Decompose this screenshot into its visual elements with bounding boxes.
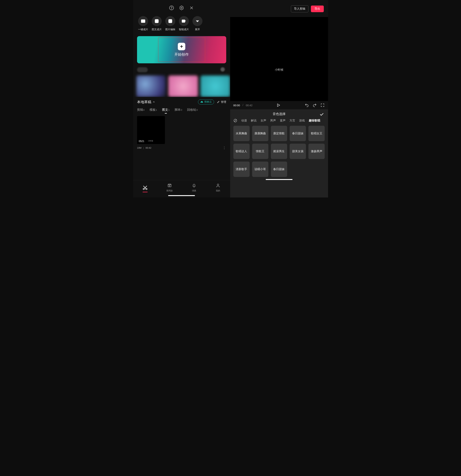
one-click-icon bbox=[138, 16, 148, 26]
draft-item[interactable]: 0521 小时候 19M | 00:42 ⋮ bbox=[133, 114, 230, 152]
fullscreen-icon[interactable] bbox=[320, 103, 325, 108]
recommended-strip bbox=[133, 67, 230, 97]
time-duration: 00:42 bbox=[246, 104, 253, 107]
chevron-up-icon bbox=[152, 101, 155, 103]
nav-me[interactable]: 我的 bbox=[215, 183, 221, 192]
tool-smart-clip[interactable]: 智能成片 bbox=[179, 16, 189, 31]
image-text-icon: TAI bbox=[152, 16, 162, 26]
tab-trash[interactable]: 回收站0 bbox=[187, 108, 198, 114]
cloud-chip-label: 剪映云 bbox=[204, 100, 212, 103]
drafts-title-text: 本地草稿 bbox=[137, 100, 151, 104]
category-game[interactable]: 游戏 bbox=[299, 119, 305, 123]
blurred-card[interactable] bbox=[200, 76, 230, 97]
confirm-icon[interactable] bbox=[319, 112, 324, 118]
tone-option[interactable]: 说唱小哥 bbox=[252, 162, 268, 177]
scissors-icon bbox=[142, 185, 148, 190]
manage-label: 管理 bbox=[221, 100, 226, 104]
draft-thumb-caption: 小时候 bbox=[148, 140, 153, 142]
smart-clip-icon bbox=[179, 16, 189, 26]
tab-imagetext[interactable]: 图文1 bbox=[162, 108, 170, 114]
template-icon bbox=[167, 183, 172, 188]
nav-label: 我的 bbox=[216, 189, 220, 192]
play-icon[interactable] bbox=[276, 103, 281, 108]
create-card[interactable]: + 开始创作 bbox=[137, 36, 226, 63]
settings-hex-icon[interactable] bbox=[179, 5, 184, 10]
svg-point-11 bbox=[146, 188, 147, 190]
tool-photo-edit[interactable]: 图片编辑 bbox=[165, 16, 175, 31]
nav-template[interactable]: 剪同款 bbox=[166, 183, 173, 192]
category-female[interactable]: 女声 bbox=[261, 119, 266, 123]
home-indicator[interactable] bbox=[168, 195, 195, 196]
tone-grid: 水果舞曲 康康舞曲 康定情歌 春日甜妹 歌唱女王 歌唱达人 情歌王 摇滚男生 甜… bbox=[233, 126, 325, 177]
none-icon[interactable] bbox=[233, 119, 237, 123]
tone-panel-header: 音色选择 bbox=[233, 112, 325, 116]
help-icon[interactable] bbox=[169, 5, 174, 10]
blurred-card[interactable] bbox=[168, 76, 198, 97]
category-male[interactable]: 男声 bbox=[270, 119, 276, 123]
tone-option[interactable]: 康康舞曲 bbox=[252, 126, 268, 141]
tone-option[interactable]: 清新歌手 bbox=[233, 162, 250, 177]
cloud-chip[interactable]: 剪映云 bbox=[198, 100, 214, 104]
draft-thumbnail: 0521 小时候 bbox=[137, 116, 165, 144]
close-icon[interactable] bbox=[189, 5, 194, 10]
tone-title: 音色选择 bbox=[273, 112, 286, 116]
export-button[interactable]: 导出 bbox=[311, 6, 324, 12]
tone-option[interactable]: 康定情歌 bbox=[271, 126, 287, 141]
category-child[interactable]: 童声 bbox=[280, 119, 286, 123]
editor-pane: 导入剪辑 导出 小时候 00:00 / 00:42 音色选择 bbox=[230, 0, 328, 197]
tab-template[interactable]: 模板1 bbox=[149, 108, 157, 114]
photo-edit-icon bbox=[165, 16, 175, 26]
tone-option[interactable]: 歌唱达人 bbox=[233, 144, 250, 159]
svg-point-1 bbox=[171, 9, 172, 9]
tone-option[interactable]: 春日甜妹 bbox=[290, 126, 306, 141]
tools-row: 一键成片 TAI 图文成片 图片编辑 智能成片 展开 bbox=[133, 14, 230, 33]
left-header bbox=[133, 0, 230, 14]
redo-icon[interactable] bbox=[312, 103, 317, 108]
pencil-icon bbox=[217, 101, 220, 103]
bottom-nav: 剪同款 消息 我的 bbox=[133, 180, 230, 194]
nav-cut[interactable] bbox=[142, 185, 148, 192]
tone-option[interactable]: 春日甜妹 bbox=[271, 162, 287, 177]
tone-option[interactable]: 甜美女孩 bbox=[290, 144, 306, 159]
drafts-actions: 剪映云 管理 bbox=[198, 100, 226, 104]
home-indicator[interactable] bbox=[266, 179, 293, 180]
drafts-title-toggle[interactable]: 本地草稿 bbox=[137, 100, 155, 104]
user-icon bbox=[215, 183, 221, 188]
tone-option[interactable]: 激扬男声 bbox=[308, 144, 325, 159]
tool-label: 图片编辑 bbox=[165, 28, 175, 31]
editor-header: 导入剪辑 导出 bbox=[230, 0, 328, 16]
home-pane: 一键成片 TAI 图文成片 图片编辑 智能成片 展开 + 开始创作 bbox=[133, 0, 230, 197]
drafts-header: 本地草稿 剪映云 管理 bbox=[133, 97, 230, 106]
tool-expand[interactable]: 展开 bbox=[192, 16, 202, 31]
category-anime[interactable]: 动漫 bbox=[241, 119, 247, 123]
video-preview[interactable]: 小时候 bbox=[230, 17, 328, 101]
category-funsong[interactable]: 趣味歌唱 bbox=[309, 119, 320, 123]
tool-one-click[interactable]: 一键成片 bbox=[138, 16, 148, 31]
tab-script[interactable]: 脚本0 bbox=[174, 108, 182, 114]
manage-button[interactable]: 管理 bbox=[217, 100, 226, 104]
time-current: 00:00 bbox=[233, 104, 240, 107]
svg-point-2 bbox=[181, 7, 182, 8]
tab-clip[interactable]: 剪辑4 bbox=[137, 108, 145, 114]
tone-option[interactable]: 摇滚男生 bbox=[271, 144, 287, 159]
blurred-pill bbox=[137, 67, 148, 72]
tool-image-text[interactable]: TAI 图文成片 bbox=[152, 16, 162, 31]
more-icon[interactable]: ⋮ bbox=[223, 146, 226, 150]
nav-messages[interactable]: 消息 bbox=[191, 183, 197, 192]
preview-caption: 小时候 bbox=[275, 68, 283, 72]
blurred-card[interactable] bbox=[136, 76, 166, 97]
tool-label: 展开 bbox=[195, 28, 200, 31]
cloud-up-icon bbox=[200, 101, 203, 103]
draft-thumb-text: 0521 bbox=[139, 140, 144, 143]
highlight-box bbox=[158, 38, 205, 62]
bell-icon bbox=[191, 183, 197, 188]
tone-option[interactable]: 水果舞曲 bbox=[233, 126, 250, 141]
import-button[interactable]: 导入剪辑 bbox=[291, 5, 308, 12]
tone-option[interactable]: 歌唱女王 bbox=[308, 126, 325, 141]
tone-option[interactable]: 情歌王 bbox=[252, 144, 268, 159]
tool-label: 一键成片 bbox=[138, 28, 148, 31]
category-dialect[interactable]: 方言 bbox=[289, 119, 295, 123]
draft-divider: | bbox=[143, 146, 144, 149]
category-narration[interactable]: 解说 bbox=[251, 119, 257, 123]
undo-icon[interactable] bbox=[305, 103, 309, 108]
